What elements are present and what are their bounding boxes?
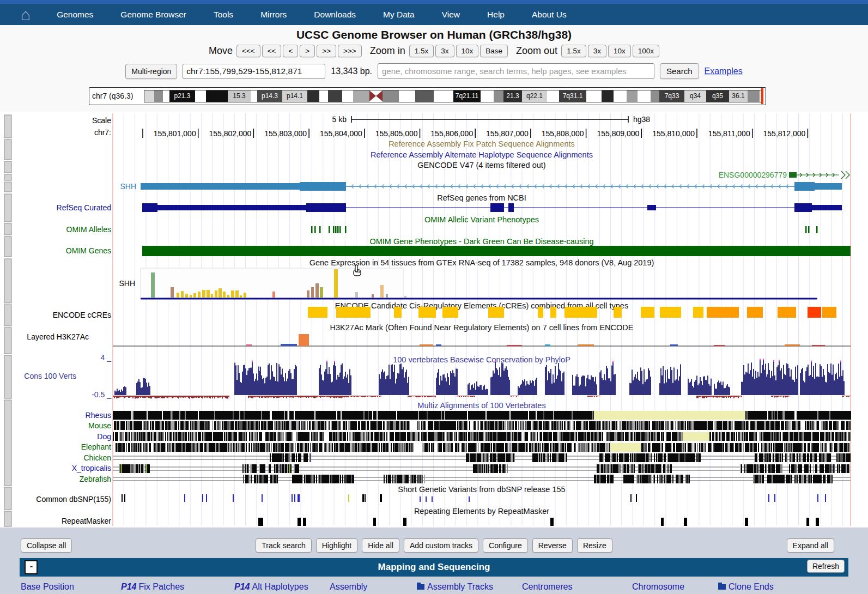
nav-item-genomes[interactable]: Genomes bbox=[57, 10, 93, 20]
control-button-hide-all[interactable]: Hide all bbox=[362, 538, 399, 553]
chrom-band[interactable] bbox=[547, 90, 559, 102]
config-link-alt-haplotypes[interactable]: P14Alt Haplotypes bbox=[234, 582, 308, 592]
nav-item-my-data[interactable]: My Data bbox=[383, 10, 415, 20]
control-button-highlight[interactable]: Highlight bbox=[316, 538, 357, 553]
position-input[interactable] bbox=[183, 64, 325, 79]
config-link-centromeres[interactable]: Centromeres bbox=[522, 582, 572, 592]
chrom-band[interactable] bbox=[144, 90, 154, 102]
zoom-in-button-1-5x[interactable]: 1.5x bbox=[409, 45, 434, 57]
chrom-band-7q33[interactable]: 7q33 bbox=[659, 90, 684, 102]
track-gtex-gene-expression[interactable] bbox=[141, 268, 817, 299]
chromosome-ideogram[interactable]: chr7 (q36.3) p21.315.3p14.3p14.17q21.112… bbox=[89, 87, 766, 105]
chrom-band[interactable] bbox=[614, 90, 627, 102]
chrom-band[interactable] bbox=[353, 90, 369, 102]
config-link-base-position[interactable]: Base Position bbox=[21, 582, 74, 592]
control-button-track-search[interactable]: Track search bbox=[256, 538, 311, 553]
chrom-band-21-3[interactable]: 21.3 bbox=[503, 90, 522, 102]
chrom-band[interactable] bbox=[206, 90, 228, 102]
chrom-band[interactable] bbox=[383, 90, 399, 102]
move-button-[interactable]: > bbox=[300, 45, 315, 57]
chrom-band[interactable] bbox=[748, 90, 760, 102]
chrom-band[interactable] bbox=[307, 90, 319, 102]
track-omim-genes[interactable] bbox=[142, 246, 851, 256]
control-button-resize[interactable]: Resize bbox=[577, 538, 612, 553]
chrom-band[interactable] bbox=[627, 90, 638, 102]
chrom-band-q34[interactable]: q34 bbox=[684, 90, 706, 102]
zoom-in-button-base[interactable]: Base bbox=[480, 45, 508, 57]
move-button-[interactable]: << bbox=[262, 45, 282, 57]
config-link-fix-patches[interactable]: P14Fix Patches bbox=[121, 582, 184, 592]
chrom-band-7q21-11[interactable]: 7q21.11 bbox=[453, 90, 481, 102]
nav-item-about-us[interactable]: About Us bbox=[532, 10, 567, 20]
chrom-band[interactable] bbox=[415, 90, 434, 102]
config-link-chromosome[interactable]: Chromosome bbox=[632, 582, 684, 592]
track-refseq-curated[interactable] bbox=[142, 203, 842, 212]
config-link-assembly-tracks[interactable]: Assembly Tracks bbox=[417, 582, 493, 592]
chrom-band-q22-1[interactable]: q22.1 bbox=[522, 90, 547, 102]
config-link-clone-ends[interactable]: Clone Ends bbox=[718, 582, 774, 592]
move-button-[interactable]: >> bbox=[317, 45, 336, 57]
nav-item-help[interactable]: Help bbox=[487, 10, 505, 20]
control-button-configure[interactable]: Configure bbox=[483, 538, 528, 553]
track-labels[interactable]: Scalechr7:SHHRefSeq CuratedOMIM AllelesO… bbox=[24, 116, 136, 525]
chrom-band[interactable] bbox=[328, 90, 342, 102]
chrom-band-p14-3[interactable]: p14.3 bbox=[257, 90, 282, 102]
nav-item-downloads[interactable]: Downloads bbox=[314, 10, 356, 20]
zoom-in-button-10x[interactable]: 10x bbox=[456, 45, 479, 57]
control-button-collapse-all[interactable]: Collapse all bbox=[21, 538, 72, 553]
chrom-band[interactable] bbox=[651, 90, 659, 102]
chrom-band[interactable] bbox=[481, 90, 494, 102]
track-drag-handles[interactable] bbox=[4, 115, 11, 526]
move-button-[interactable]: <<< bbox=[236, 45, 260, 57]
chrom-band[interactable] bbox=[602, 90, 614, 102]
chrom-band-15-3[interactable]: 15.3 bbox=[228, 90, 251, 102]
tracks-image[interactable]: 5 kbhg38155,801,000155,802,000155,803,00… bbox=[0, 112, 868, 527]
chrom-band-36-1[interactable]: 36.1 bbox=[729, 90, 748, 102]
chrom-band[interactable] bbox=[154, 90, 163, 102]
chrom-band[interactable] bbox=[342, 90, 353, 102]
zoom-out-button-1-5x[interactable]: 1.5x bbox=[561, 45, 586, 57]
search-button[interactable]: Search bbox=[660, 63, 699, 79]
track-multiz-rhesus[interactable] bbox=[113, 411, 851, 420]
nav-item-tools[interactable]: Tools bbox=[214, 10, 233, 20]
chrom-band[interactable] bbox=[434, 90, 453, 102]
base-position-ruler[interactable]: 5 kbhg38155,801,000155,802,000155,803,00… bbox=[143, 115, 808, 138]
control-button-expand-all[interactable]: Expand all bbox=[787, 538, 834, 553]
track-omim-alleles[interactable] bbox=[311, 226, 818, 233]
nav-item-genome-browser[interactable]: Genome Browser bbox=[120, 10, 186, 20]
refresh-button[interactable]: Refresh bbox=[807, 560, 845, 573]
zoom-out-button-10x[interactable]: 10x bbox=[608, 45, 631, 57]
chrom-band-7q31-1[interactable]: 7q31.1 bbox=[559, 90, 586, 102]
zoom-out-button-100x[interactable]: 100x bbox=[633, 45, 659, 57]
home-icon[interactable]: ⌂ bbox=[21, 7, 31, 23]
chrom-band-p21-3[interactable]: p21.3 bbox=[169, 90, 195, 102]
chrom-band[interactable] bbox=[586, 90, 602, 102]
track-repeatmasker[interactable] bbox=[258, 518, 819, 526]
chrom-band[interactable] bbox=[195, 90, 206, 102]
control-button-add-custom-tracks[interactable]: Add custom tracks bbox=[404, 538, 478, 553]
config-link-assembly[interactable]: Assembly bbox=[330, 582, 367, 592]
examples-link[interactable]: Examples bbox=[705, 66, 743, 76]
genome-tracks-svg[interactable]: 5 kbhg38155,801,000155,802,000155,803,00… bbox=[0, 112, 868, 527]
chrom-band[interactable] bbox=[251, 90, 257, 102]
track-multiz-elephant[interactable] bbox=[115, 443, 849, 452]
chrom-band[interactable] bbox=[638, 90, 651, 102]
nav-item-view[interactable]: View bbox=[442, 10, 460, 20]
zoom-in-button-3x[interactable]: 3x bbox=[435, 45, 454, 57]
multi-region-button[interactable]: Multi-region bbox=[125, 64, 177, 79]
control-button-reverse[interactable]: Reverse bbox=[532, 538, 573, 553]
track-multiz-mouse[interactable] bbox=[114, 421, 851, 430]
track-common-dbsnp[interactable] bbox=[122, 494, 826, 502]
chrom-band-q35[interactable]: q35 bbox=[706, 90, 729, 102]
collapse-group-button[interactable]: - bbox=[25, 560, 38, 574]
chrom-band-p14-1[interactable]: p14.1 bbox=[282, 90, 307, 102]
chrom-band[interactable] bbox=[163, 90, 169, 102]
chrom-band[interactable] bbox=[399, 90, 415, 102]
chrom-band[interactable] bbox=[319, 90, 328, 102]
search-input[interactable] bbox=[378, 63, 654, 79]
nav-item-mirrors[interactable]: Mirrors bbox=[260, 10, 287, 20]
move-button-[interactable]: < bbox=[283, 45, 298, 57]
zoom-out-button-3x[interactable]: 3x bbox=[588, 45, 606, 57]
chrom-band[interactable] bbox=[494, 90, 503, 102]
move-button-[interactable]: >>> bbox=[338, 45, 362, 57]
